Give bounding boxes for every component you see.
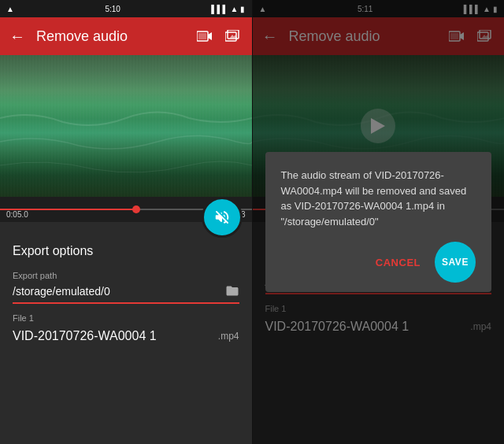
wifi-icon-left: ▲ xyxy=(231,5,239,13)
file-label-left: File 1 xyxy=(13,313,239,323)
panel-right: ▲ 5:11 ▌▌▌ ▲ ▮ ← Remove audio xyxy=(253,0,505,444)
signal-icon-left: ▌▌▌ xyxy=(211,5,228,13)
mute-icon xyxy=(213,209,231,226)
waterfall-svg-left xyxy=(0,55,252,197)
export-title-left: Export options xyxy=(13,244,239,258)
mute-button[interactable] xyxy=(202,197,243,238)
save-button[interactable]: SAVE xyxy=(435,242,476,283)
top-bar-left: ← Remove audio xyxy=(0,17,252,55)
svg-rect-1 xyxy=(198,33,206,39)
svg-rect-4 xyxy=(0,55,252,197)
gallery-icon-left[interactable] xyxy=(224,27,243,46)
panel-left: ▲ 5:10 ▌▌▌ ▲ ▮ ← Remove audio xyxy=(0,0,252,444)
dialog-message: The audio stream of VID-20170726-WA0004.… xyxy=(281,168,476,229)
cancel-button[interactable]: CANCEL xyxy=(368,252,428,273)
export-path-value-left: /storage/emulated/0 xyxy=(13,283,239,304)
dialog-overlay: The audio stream of VID-20170726-WA0004.… xyxy=(253,0,505,444)
file-ext-left: .mp4 xyxy=(218,331,239,342)
status-notification-left: ▲ xyxy=(6,5,14,13)
file-row-left: VID-20170726-WA0004 1 .mp4 xyxy=(13,329,239,343)
file-name-left: VID-20170726-WA0004 1 xyxy=(13,329,157,343)
dialog-actions: CANCEL SAVE xyxy=(281,242,476,283)
top-icons-left xyxy=(195,27,243,46)
export-section-left: Export options Export path /storage/emul… xyxy=(0,222,252,444)
status-time-left: 5:10 xyxy=(105,5,120,13)
video-preview-left xyxy=(0,55,252,197)
status-icons-left: ▌▌▌ ▲ ▮ xyxy=(211,5,245,13)
timeline-left[interactable]: 0:05.0 0:09.3 xyxy=(0,197,252,222)
folder-icon-left[interactable] xyxy=(225,283,239,299)
timeline-scrubber-left[interactable] xyxy=(132,205,140,213)
confirmation-dialog: The audio stream of VID-20170726-WA0004.… xyxy=(265,152,492,292)
battery-icon-left: ▮ xyxy=(240,5,245,13)
back-button-left[interactable]: ← xyxy=(9,28,25,46)
timeline-time-start-left: 0:05.0 xyxy=(6,210,28,219)
video-frame-icon-left[interactable] xyxy=(195,27,214,46)
export-path-label-left: Export path xyxy=(13,271,239,280)
status-bar-left: ▲ 5:10 ▌▌▌ ▲ ▮ xyxy=(0,0,252,17)
page-title-left: Remove audio xyxy=(36,28,184,45)
